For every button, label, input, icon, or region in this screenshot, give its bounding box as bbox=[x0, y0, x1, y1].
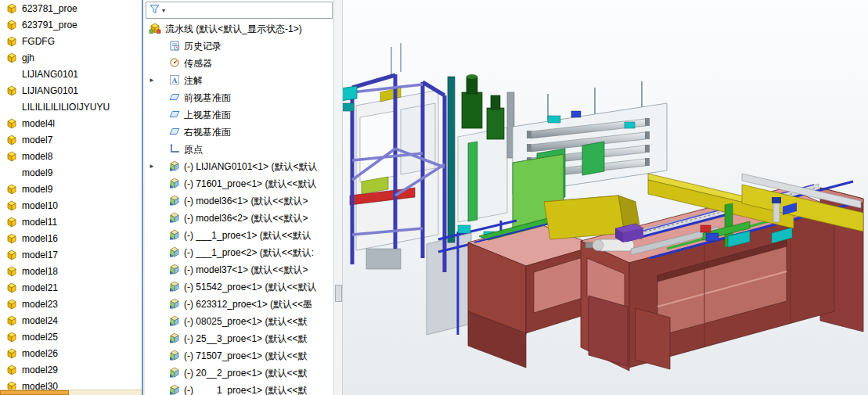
file-name: LIJIANG0101 bbox=[22, 85, 78, 96]
tree-item-label: 上视基准面 bbox=[184, 109, 231, 122]
component-icon bbox=[169, 281, 180, 294]
part-icon bbox=[6, 118, 17, 129]
file-name: 623791_proe bbox=[22, 20, 77, 31]
file-name: LILILILILILIOIJYUYU bbox=[22, 102, 110, 113]
file-list-item[interactable]: 623781_proe bbox=[0, 0, 142, 16]
part-icon bbox=[6, 315, 17, 326]
component-label: (-) ___1_proe<1> (默认<<默认 bbox=[184, 229, 312, 242]
part-icon bbox=[6, 184, 17, 195]
component-icon bbox=[169, 246, 180, 260]
file-list-item[interactable]: model29 bbox=[0, 361, 142, 378]
tree-item-front-plane[interactable]: 前视基准面 bbox=[145, 89, 333, 106]
tree-item-annotations[interactable]: ► A 注解 bbox=[145, 72, 333, 89]
component-label: (-) LIJIANG0101<1> (默认<默认 bbox=[184, 160, 317, 174]
horizontal-scrollbar[interactable] bbox=[0, 390, 143, 395]
tree-component-row[interactable]: (-) 623312_proe<1> (默认<<墨 bbox=[145, 296, 333, 313]
component-label: (-) ____1_proe<1> (默认<<默 bbox=[184, 384, 307, 395]
file-list-item[interactable]: model9 bbox=[0, 181, 142, 197]
feature-manager-panel: ▾ 流水线 (默认<默认_显示状态-1>) 历史记录 传感器 ► A 注解 前视… bbox=[145, 0, 333, 395]
file-list-item[interactable]: model4l bbox=[0, 115, 142, 131]
file-list-item[interactable]: LIJIANG0101 bbox=[0, 82, 142, 99]
file-list-item[interactable]: 623791_proe bbox=[0, 16, 142, 33]
tree-component-row[interactable]: (-) 71601_proe<1> (默认<<默认 bbox=[145, 175, 333, 192]
tree-component-row[interactable]: (-) ____1_proe<1> (默认<<默 bbox=[145, 382, 333, 395]
tree-component-row[interactable]: (-) ___1_proe<2> (默认<<默认: bbox=[145, 244, 333, 261]
file-list-item[interactable]: LIJIANG0101 bbox=[0, 66, 142, 82]
file-list-item[interactable]: FGDFG bbox=[0, 33, 142, 49]
tree-item-top-plane[interactable]: 上视基准面 bbox=[145, 106, 333, 124]
file-list-item[interactable]: model25 bbox=[0, 329, 142, 345]
file-list-item[interactable]: model9 bbox=[0, 164, 142, 181]
tree-component-row[interactable]: (-) ___1_proe<1> (默认<<默认 bbox=[145, 227, 333, 244]
component-icon bbox=[169, 332, 180, 346]
tree-item-origin[interactable]: 原点 bbox=[145, 141, 333, 158]
file-list-item[interactable]: model16 bbox=[0, 230, 142, 246]
file-list-item[interactable]: model11 bbox=[0, 214, 142, 230]
file-name: FGDFG bbox=[22, 36, 55, 47]
tree-item-label: 历史记录 bbox=[184, 40, 222, 53]
tree-item-label: 右视基准面 bbox=[184, 126, 231, 139]
file-list-item[interactable]: model24 bbox=[0, 312, 142, 329]
file-list-item[interactable]: model10 bbox=[0, 197, 142, 214]
component-label: (-) model37<1> (默认<<默认> bbox=[184, 264, 308, 277]
tree-component-row[interactable]: ► (-) LIJIANG0101<1> (默认<默认 bbox=[145, 158, 333, 175]
filter-funnel-icon[interactable] bbox=[149, 3, 160, 17]
expand-arrow-icon[interactable]: ► bbox=[149, 161, 155, 172]
tree-component-row[interactable]: (-) 71507_proe<1> (默认<<默 bbox=[145, 347, 333, 364]
tree-item-right-plane[interactable]: 右视基准面 bbox=[145, 124, 333, 141]
file-name: model16 bbox=[22, 233, 58, 244]
tree-component-row[interactable]: (-) model36<1> (默认<<默认> bbox=[145, 192, 333, 210]
tree-filter-input[interactable] bbox=[167, 3, 330, 17]
component-icon bbox=[169, 264, 180, 277]
file-list-item[interactable]: model17 bbox=[0, 246, 142, 263]
component-label: (-) 71507_proe<1> (默认<<默 bbox=[184, 350, 307, 363]
tree-component-row[interactable]: (-) 20__2_proe<1> (默认<<默 bbox=[145, 364, 333, 382]
tree-item-sensors[interactable]: 传感器 bbox=[145, 55, 333, 72]
part-icon bbox=[6, 20, 17, 31]
tree-component-row[interactable]: (-) model36<2> (默认<<默认> bbox=[145, 210, 333, 227]
component-icon bbox=[169, 212, 180, 225]
tree-component-row[interactable]: (-) model37<1> (默认<<默认> bbox=[145, 261, 333, 278]
part-icon bbox=[6, 332, 17, 343]
file-list-item[interactable]: gjh bbox=[0, 49, 142, 66]
tree-root-assembly[interactable]: 流水线 (默认<默认_显示状态-1>) bbox=[145, 20, 333, 38]
horizontal-scrollbar-thumb[interactable] bbox=[0, 390, 69, 395]
file-list-item[interactable]: model7 bbox=[0, 131, 142, 148]
history-icon bbox=[169, 40, 180, 53]
component-icon bbox=[169, 367, 180, 380]
plane-icon bbox=[169, 109, 180, 122]
file-list-item[interactable]: LILILILILILIOIJYUYU bbox=[0, 99, 142, 115]
part-icon bbox=[6, 233, 17, 244]
file-list-item[interactable]: model18 bbox=[0, 263, 142, 279]
file-name: model9 bbox=[22, 167, 52, 178]
tree-item-label: 前视基准面 bbox=[184, 92, 231, 105]
filter-dropdown-caret[interactable]: ▾ bbox=[162, 7, 165, 14]
component-icon bbox=[169, 195, 180, 208]
file-name: model29 bbox=[22, 364, 58, 375]
file-list-item[interactable]: model26 bbox=[0, 345, 142, 361]
file-name: model23 bbox=[22, 299, 58, 310]
expand-arrow-icon[interactable]: ► bbox=[149, 75, 155, 86]
part-icon bbox=[6, 364, 17, 375]
component-label: (-) 08025_proe<1> (默认<<默 bbox=[184, 315, 307, 329]
tree-item-history[interactable]: 历史记录 bbox=[145, 38, 333, 55]
component-icon bbox=[169, 350, 180, 363]
part-icon bbox=[6, 200, 17, 211]
tree-scrollbar[interactable] bbox=[333, 0, 343, 395]
component-icon bbox=[169, 178, 180, 191]
file-list-item[interactable]: model8 bbox=[0, 148, 142, 164]
file-list-item[interactable]: model23 bbox=[0, 296, 142, 312]
annotations-icon: A bbox=[169, 74, 180, 88]
file-list-item[interactable]: model21 bbox=[0, 279, 142, 296]
file-name: model25 bbox=[22, 332, 58, 343]
sensor-icon bbox=[169, 57, 180, 70]
tree-component-row[interactable]: (-) 25__3_proe<1> (默认<<默 bbox=[145, 330, 333, 347]
file-name: model11 bbox=[22, 217, 57, 228]
tree-item-label: 传感器 bbox=[184, 57, 212, 70]
part-icon bbox=[6, 266, 17, 277]
file-name: model21 bbox=[22, 282, 58, 293]
tree-component-row[interactable]: (-) 08025_proe<1> (默认<<默 bbox=[145, 313, 333, 330]
tree-component-row[interactable]: (-) 51542_proe<1> (默认<<默认 bbox=[145, 278, 333, 296]
component-label: (-) model36<2> (默认<<默认> bbox=[184, 212, 308, 225]
tree-scrollbar-thumb[interactable] bbox=[335, 285, 342, 302]
